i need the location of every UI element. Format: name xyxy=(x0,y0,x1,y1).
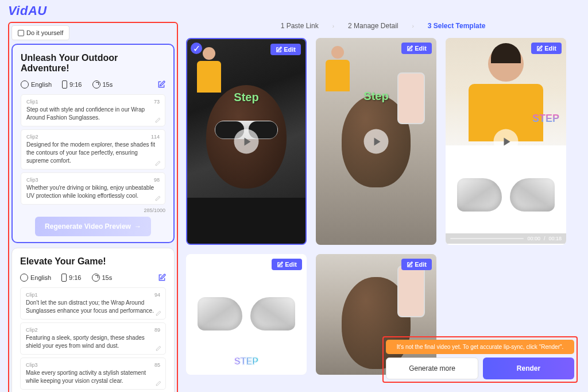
step-item-active[interactable]: 3 Select Template xyxy=(428,22,486,30)
template-card[interactable]: Edit Step xyxy=(316,38,436,245)
template-card[interactable]: Edit STEP xyxy=(186,254,307,375)
clip-box[interactable]: Clip385 Make every sporting activity a s… xyxy=(20,358,166,390)
duration-meta: 15s xyxy=(92,80,113,89)
pencil-icon[interactable] xyxy=(155,195,161,201)
presenter-avatar xyxy=(322,44,353,93)
pencil-icon[interactable] xyxy=(156,345,161,351)
clip-box[interactable]: Clip194 Don't let the sun distract you; … xyxy=(20,287,166,320)
pencil-icon[interactable] xyxy=(156,310,161,316)
card-title: Unleash Your Outdoor Adventure! xyxy=(21,53,165,74)
regenerate-button[interactable]: Regenerate Video Preview → xyxy=(35,217,151,236)
diy-label: Do it yourself xyxy=(26,29,63,36)
chevron-right-icon: › xyxy=(332,23,334,29)
pencil-icon xyxy=(407,262,413,268)
edit-card-icon[interactable] xyxy=(157,80,165,89)
pencil-icon xyxy=(536,45,543,52)
edit-template-button[interactable]: Edit xyxy=(531,43,562,54)
brand-logo: VidAU xyxy=(0,0,588,22)
pencil-icon xyxy=(277,262,283,268)
progress-steps: 1 Paste Link › 2 Manage Detail › 3 Selec… xyxy=(186,22,580,30)
clip-box[interactable]: Clip398 Whether you're driving or biking… xyxy=(21,172,165,205)
script-card[interactable]: Unleash Your Outdoor Adventure! English … xyxy=(11,44,175,243)
card-title: Elevate Your Game! xyxy=(20,256,166,267)
pencil-icon[interactable] xyxy=(155,160,161,166)
clip-box[interactable]: Clip173 Step out with style and confiden… xyxy=(21,94,165,126)
pencil-icon[interactable] xyxy=(155,117,161,123)
pencil-icon xyxy=(407,45,413,52)
time-current: 00:00 xyxy=(527,236,540,241)
time-total: 00:18 xyxy=(548,236,562,241)
char-counter: 285/1000 xyxy=(21,207,165,213)
edit-icon xyxy=(18,30,24,36)
pencil-icon xyxy=(276,47,282,53)
clip-box[interactable]: Clip289 Featuring a sleek, sporty design… xyxy=(20,322,166,355)
step-item[interactable]: 1 Paste Link xyxy=(281,22,319,30)
arrow-right-icon: → xyxy=(134,222,141,230)
play-button[interactable] xyxy=(234,129,259,154)
globe-icon xyxy=(21,80,29,89)
meta-row: English 9:16 15s xyxy=(20,274,166,282)
clip-box[interactable]: Clip2114 Designed for the modern explore… xyxy=(21,129,165,170)
do-it-yourself-button[interactable]: Do it yourself xyxy=(11,25,69,40)
overlay-text: STEP xyxy=(532,113,559,125)
edit-template-button[interactable]: Edit xyxy=(270,44,301,55)
left-panel: Do it yourself Unleash Your Outdoor Adve… xyxy=(8,22,178,392)
chevron-right-icon: › xyxy=(412,23,413,29)
template-card[interactable]: Edit STEP 00:00 / 00:18 xyxy=(446,38,566,245)
generate-more-button[interactable]: Generate more xyxy=(386,358,478,379)
phone-icon xyxy=(62,80,67,89)
edit-card-icon[interactable] xyxy=(158,274,166,282)
ratio-meta: 9:16 xyxy=(62,80,82,89)
step-item[interactable]: 2 Manage Detail xyxy=(348,22,398,30)
presenter-avatar xyxy=(193,45,225,94)
play-button[interactable] xyxy=(364,129,389,154)
overlay-text: Step xyxy=(234,91,258,104)
language-meta: English xyxy=(21,80,52,89)
template-grid: ✓ Edit Step Edit xyxy=(186,38,580,375)
edit-template-button[interactable]: Edit xyxy=(401,259,432,270)
meta-row: English 9:16 15s xyxy=(21,80,165,89)
render-tooltip: It's not the final video yet. To get acc… xyxy=(386,340,574,354)
globe-icon xyxy=(20,274,28,282)
time-bar[interactable]: 00:00 / 00:18 xyxy=(446,233,566,244)
phone-icon xyxy=(61,274,67,282)
overlay-text: Step xyxy=(363,90,388,103)
render-button[interactable]: Render xyxy=(483,358,574,379)
edit-template-button[interactable]: Edit xyxy=(401,43,432,54)
overlay-text: STEP xyxy=(234,356,258,367)
pencil-icon[interactable] xyxy=(156,381,161,386)
edit-template-button[interactable]: Edit xyxy=(272,259,302,270)
clock-icon xyxy=(92,274,100,282)
template-card[interactable]: ✓ Edit Step xyxy=(186,38,307,245)
script-card[interactable]: Elevate Your Game! English 9:16 15s Clip… xyxy=(11,248,175,392)
clock-icon xyxy=(92,80,100,89)
action-panel: It's not the final video yet. To get acc… xyxy=(382,336,578,383)
play-button[interactable] xyxy=(494,129,519,154)
